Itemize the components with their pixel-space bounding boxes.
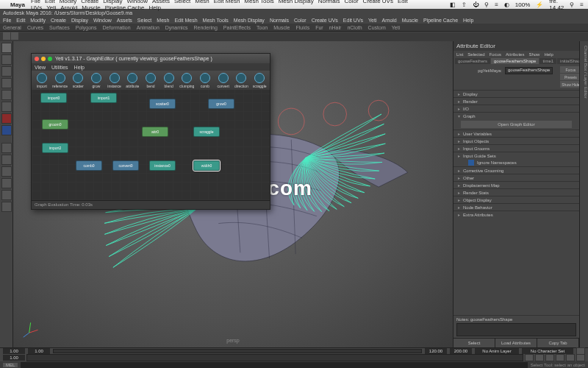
- ae-section-header[interactable]: Other: [453, 174, 579, 181]
- ae-section-header[interactable]: Node Behavior: [453, 204, 579, 210]
- yeti-tool-bend[interactable]: bend: [142, 72, 159, 88]
- lasso-tool-icon[interactable]: [1, 54, 12, 65]
- anim-layer-dropdown[interactable]: No Anim Layer: [475, 348, 519, 354]
- mac-menu-item[interactable]: Help: [148, 4, 160, 11]
- ae-section-header[interactable]: Input Grooms: [453, 145, 579, 152]
- play-start-icon[interactable]: [525, 354, 534, 361]
- ae-section-header[interactable]: Display: [453, 91, 579, 97]
- mac-status-icon[interactable]: ⚲: [570, 1, 574, 8]
- mac-status-icon[interactable]: ⚲: [484, 1, 489, 8]
- shelf-tab[interactable]: Fur: [315, 25, 323, 30]
- mac-status-icon[interactable]: ◧: [450, 1, 456, 8]
- ae-bottom-button[interactable]: Select: [453, 339, 495, 347]
- range-start-field[interactable]: 1.00: [3, 348, 25, 354]
- main-menu-item[interactable]: Mesh Tools: [203, 18, 229, 23]
- mac-status-icon[interactable]: ⚡: [536, 1, 543, 8]
- yeti-menu-item[interactable]: Help: [74, 65, 85, 70]
- shelf-tab[interactable]: Surfaces: [49, 25, 70, 30]
- ae-menu-item[interactable]: Selected: [467, 52, 484, 57]
- range-track[interactable]: [53, 349, 422, 353]
- yeti-tool-scraggle[interactable]: scraggle: [251, 72, 268, 88]
- yeti-tool-reference[interactable]: reference: [51, 72, 69, 88]
- main-menu-item[interactable]: Yeti: [368, 18, 376, 23]
- yeti-tool-grow[interactable]: grow: [87, 72, 105, 88]
- yeti-node-graph[interactable]: import0import1scatter0grow0groom0import2…: [32, 90, 270, 200]
- ae-menu-item[interactable]: Show: [528, 52, 539, 57]
- time-slider[interactable]: 1.00: [0, 354, 588, 361]
- main-menu-item[interactable]: Display: [71, 18, 88, 23]
- yeti-node[interactable]: import1: [90, 93, 117, 103]
- close-icon[interactable]: [35, 57, 39, 61]
- step-back-icon[interactable]: [535, 354, 544, 361]
- mac-menu-item[interactable]: Mesh: [195, 0, 209, 4]
- mac-status-icon[interactable]: ◐: [504, 1, 509, 8]
- ae-bottom-button[interactable]: Copy Tab: [537, 339, 579, 347]
- yeti-node[interactable]: comb0: [76, 160, 102, 171]
- yeti-tool-convert[interactable]: convert: [215, 72, 232, 88]
- move-tool-icon[interactable]: [1, 78, 12, 88]
- yeti-node[interactable]: grow0: [208, 99, 234, 109]
- yeti-tool-attribute[interactable]: attribute: [123, 72, 141, 88]
- minimize-icon[interactable]: [41, 57, 46, 61]
- layout-out-icon[interactable]: [1, 166, 12, 177]
- shelf-tab[interactable]: Yeti: [392, 25, 400, 30]
- main-menu-item[interactable]: Assets: [117, 18, 132, 23]
- playback-start-field[interactable]: 1.00: [28, 348, 50, 354]
- rotate-tool-icon[interactable]: [1, 90, 12, 100]
- shelf-tab[interactable]: nHair: [329, 25, 342, 30]
- yeti-menu-item[interactable]: Utilities: [51, 65, 68, 70]
- yeti-tool-instance[interactable]: instance: [106, 72, 123, 88]
- yeti-node[interactable]: convert0: [112, 160, 139, 171]
- yeti-menu-item[interactable]: View: [35, 65, 46, 70]
- mac-status-icon[interactable]: ≡: [495, 1, 498, 8]
- shelf-tab[interactable]: Custom: [368, 25, 386, 30]
- shelf-tab[interactable]: PaintEffects: [223, 25, 251, 30]
- main-menu-item[interactable]: Edit Mesh: [174, 18, 197, 23]
- mac-status-icon[interactable]: ≡: [580, 1, 584, 8]
- mac-menu-item[interactable]: Normals: [318, 0, 340, 4]
- ae-section-header[interactable]: Input Guide Sets: [453, 152, 579, 159]
- mac-status-icon[interactable]: ⏻: [473, 1, 478, 8]
- yeti-tool-scatter[interactable]: scatter: [69, 72, 87, 88]
- shelf-tab[interactable]: Deformation: [103, 25, 131, 30]
- play-end-icon[interactable]: [576, 354, 585, 361]
- cmd-input[interactable]: [21, 362, 527, 368]
- shelf-tab[interactable]: Polygons: [76, 25, 97, 30]
- yeti-node[interactable]: groom0: [42, 119, 68, 130]
- ae-node-name-input[interactable]: gooseFeathersShape: [505, 67, 553, 74]
- ae-tab[interactable]: gooseFeathers: [455, 58, 490, 64]
- main-menu-item[interactable]: Normals: [270, 18, 289, 23]
- current-time-field[interactable]: 1.00: [3, 355, 25, 361]
- mac-status-icon[interactable]: 100%: [515, 1, 530, 8]
- yeti-tool-blend[interactable]: blend: [160, 72, 178, 88]
- ae-bottom-button[interactable]: Load Attributes: [495, 339, 537, 347]
- yeti-node[interactable]: attr0: [142, 127, 168, 137]
- main-menu-item[interactable]: File: [3, 18, 11, 23]
- shelf-icon[interactable]: [3, 32, 10, 40]
- mac-status-icon[interactable]: ⇪: [462, 1, 467, 8]
- cmd-lang-label[interactable]: MEL: [3, 363, 18, 367]
- mac-menu-item[interactable]: Color: [344, 0, 358, 4]
- mac-menu-item[interactable]: Mesh Tools: [244, 0, 273, 4]
- yeti-graph-editor-window[interactable]: Yeti v1.3.17 - GraphEditor ( currently v…: [31, 53, 270, 210]
- ae-notes-input[interactable]: [456, 323, 576, 336]
- ae-section-header[interactable]: User Variables: [453, 130, 579, 137]
- ae-menu-item[interactable]: List: [456, 52, 463, 57]
- character-set-dropdown[interactable]: No Character Set: [522, 348, 573, 354]
- main-menu-item[interactable]: Color: [294, 18, 306, 23]
- main-menu-item[interactable]: Select: [137, 18, 151, 23]
- main-menu-item[interactable]: Help: [463, 18, 473, 23]
- yeti-node[interactable]: scatter0: [149, 99, 176, 109]
- main-menu-item[interactable]: Window: [93, 18, 112, 23]
- ae-section-header[interactable]: Graph: [453, 113, 579, 119]
- yeti-node[interactable]: scraggle: [193, 127, 220, 137]
- last-tool-icon[interactable]: [1, 113, 12, 124]
- ae-section-header[interactable]: Input Objects: [453, 138, 579, 144]
- main-menu-item[interactable]: Mesh Display: [234, 18, 265, 23]
- range-end-field[interactable]: 200.00: [450, 348, 472, 354]
- layout-four-icon[interactable]: [1, 155, 12, 165]
- ae-section-header[interactable]: Corrective Grooming: [453, 167, 579, 174]
- yeti-tool-comb[interactable]: comb: [196, 72, 214, 88]
- shelf-tab[interactable]: Curves: [27, 25, 43, 30]
- ae-section-header[interactable]: Object Display: [453, 197, 579, 203]
